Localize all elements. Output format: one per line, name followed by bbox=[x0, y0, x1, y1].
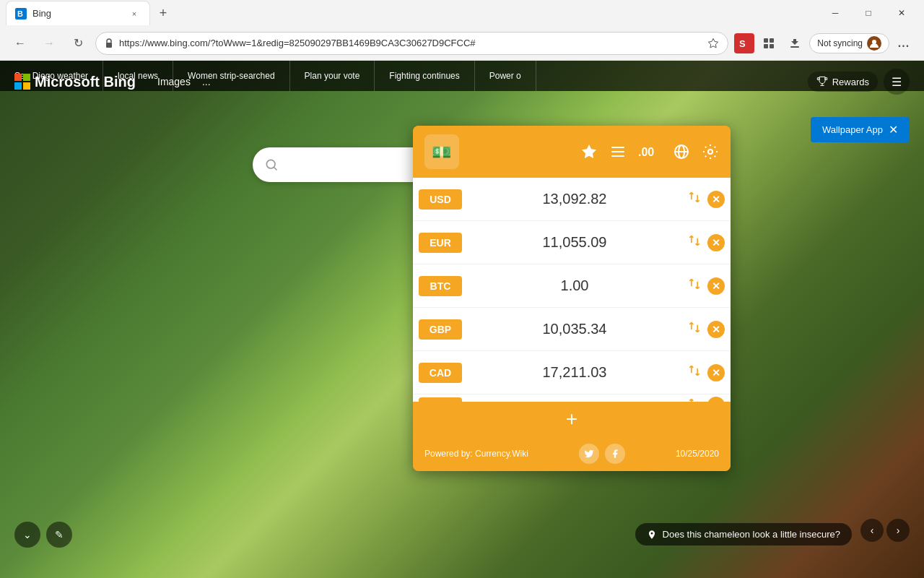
currency-row-btc: BTC 1.00 ✕ bbox=[413, 264, 731, 308]
refresh-button[interactable]: ↻ bbox=[66, 32, 90, 55]
globe-button[interactable] bbox=[673, 143, 690, 160]
title-bar: B Bing × + ─ □ ✕ bbox=[0, 0, 924, 26]
currency-actions-eur: ✕ bbox=[687, 233, 725, 251]
location-icon bbox=[647, 530, 657, 540]
next-arrow-button[interactable]: › bbox=[886, 519, 910, 542]
svg-text:💵: 💵 bbox=[432, 142, 452, 162]
currency-code-btc: BTC bbox=[419, 276, 462, 296]
currency-value-eur[interactable]: 11,055.09 bbox=[462, 234, 687, 251]
currency-code-inr: INR bbox=[419, 397, 462, 402]
currency-swap-cad[interactable] bbox=[687, 363, 702, 381]
popup-header-icons: .00 bbox=[580, 143, 719, 160]
url-bar[interactable]: https://www.bing.com/?toWww=1&redig=8250… bbox=[95, 32, 728, 55]
currency-value-usd[interactable]: 13,092.82 bbox=[462, 191, 687, 207]
not-syncing-label: Not syncing bbox=[817, 38, 863, 48]
settings-button[interactable] bbox=[702, 143, 719, 160]
rewards-button[interactable]: Rewards bbox=[808, 72, 878, 92]
browser-frame: B Bing × + ─ □ ✕ ← → ↻ https://www.bing.… bbox=[0, 0, 924, 578]
new-tab-button[interactable]: + bbox=[153, 3, 173, 23]
back-button[interactable]: ← bbox=[9, 32, 32, 55]
svg-text:.00: .00 bbox=[638, 146, 654, 158]
more-button[interactable]: ... bbox=[892, 32, 915, 55]
notification-close-button[interactable]: ✕ bbox=[889, 123, 898, 137]
currency-swap-usd[interactable] bbox=[687, 190, 702, 208]
browser-tab[interactable]: B Bing × bbox=[6, 1, 150, 25]
tab-close-button[interactable]: × bbox=[128, 7, 141, 20]
nav-images[interactable]: Images bbox=[157, 76, 191, 87]
decimal-button[interactable]: .00 bbox=[638, 143, 661, 160]
svg-rect-4 bbox=[764, 38, 768, 43]
scroll-down-button[interactable]: ⌄ bbox=[14, 522, 40, 548]
currency-swap-eur[interactable] bbox=[687, 233, 702, 251]
bing-nav: Images ... bbox=[157, 76, 211, 87]
extensions-button[interactable] bbox=[783, 32, 806, 55]
star-icon[interactable] bbox=[707, 38, 719, 49]
currency-code-gbp: GBP bbox=[419, 319, 462, 340]
currency-remove-cad[interactable]: ✕ bbox=[707, 364, 725, 381]
wallpaper-notification: Wallpaper App ✕ bbox=[811, 117, 910, 142]
prev-arrow-button[interactable]: ‹ bbox=[860, 519, 884, 542]
bing-logo: Microsoft Bing bbox=[14, 74, 136, 90]
footer-date: 10/25/2020 bbox=[676, 449, 719, 459]
profile-button[interactable]: Not syncing bbox=[809, 33, 889, 53]
close-button[interactable]: ✕ bbox=[885, 0, 918, 26]
currency-remove-usd[interactable]: ✕ bbox=[707, 191, 725, 208]
list-button[interactable] bbox=[609, 143, 627, 160]
currency-swap-gbp[interactable] bbox=[687, 320, 702, 338]
address-bar: ← → ↻ https://www.bing.com/?toWww=1&redi… bbox=[0, 26, 924, 61]
browser-content: Microsoft Bing Images ... Rewards bbox=[0, 61, 924, 578]
currency-row-gbp: GBP 10,035.34 ✕ bbox=[413, 308, 731, 351]
currency-value-gbp[interactable]: 10,035.34 bbox=[462, 321, 687, 337]
extension-button[interactable]: S bbox=[734, 33, 754, 53]
svg-point-22 bbox=[708, 150, 712, 154]
currency-popup: 💵 bbox=[413, 126, 731, 471]
currency-remove-gbp[interactable]: ✕ bbox=[707, 321, 725, 338]
currency-value-btc[interactable]: 1.00 bbox=[462, 277, 687, 294]
svg-rect-16 bbox=[611, 151, 624, 152]
question-bubble: Does this chameleon look a little insecu… bbox=[635, 523, 852, 545]
svg-text:S: S bbox=[739, 38, 746, 49]
currency-code-eur: EUR bbox=[419, 233, 462, 253]
popup-header: 💵 bbox=[413, 126, 731, 178]
profile-avatar bbox=[867, 36, 881, 51]
currency-actions-cad: ✕ bbox=[687, 363, 725, 381]
currency-actions-gbp: ✕ bbox=[687, 320, 725, 338]
rewards-label: Rewards bbox=[832, 77, 869, 87]
svg-line-13 bbox=[274, 168, 277, 171]
bing-favicon-icon: B bbox=[15, 8, 27, 20]
currency-swap-inr[interactable] bbox=[687, 397, 702, 402]
currency-remove-inr[interactable]: ✕ bbox=[707, 397, 725, 402]
tab-title: Bing bbox=[32, 8, 51, 19]
currency-row-inr-partial: INR 966,609.26 ✕ bbox=[413, 394, 731, 402]
facebook-button[interactable] bbox=[605, 444, 625, 464]
twitter-button[interactable] bbox=[579, 444, 599, 464]
svg-rect-7 bbox=[770, 44, 774, 48]
add-currency-button[interactable]: + bbox=[559, 406, 585, 432]
edit-button[interactable]: ✎ bbox=[46, 522, 72, 548]
nav-more[interactable]: ... bbox=[202, 76, 211, 87]
minimize-button[interactable]: ─ bbox=[819, 0, 852, 26]
svg-rect-17 bbox=[611, 155, 624, 157]
svg-rect-5 bbox=[770, 38, 774, 43]
svg-rect-6 bbox=[764, 44, 768, 48]
popup-footer: Powered by: Currency.Wiki bbox=[413, 436, 731, 471]
currency-row-usd: USD 13,092.82 ✕ bbox=[413, 178, 731, 221]
question-text: Does this chameleon look a little insecu… bbox=[663, 529, 840, 540]
collections-button[interactable] bbox=[757, 32, 780, 55]
currency-value-inr[interactable]: 966,609.26 bbox=[462, 400, 687, 402]
currency-remove-eur[interactable]: ✕ bbox=[707, 234, 725, 251]
toolbar-icons: S Not syncing bbox=[734, 32, 915, 55]
currency-swap-btc[interactable] bbox=[687, 277, 702, 295]
maximize-button[interactable]: □ bbox=[852, 0, 885, 26]
svg-rect-15 bbox=[611, 147, 624, 148]
favorites-button[interactable] bbox=[580, 143, 598, 160]
svg-text:B: B bbox=[17, 9, 23, 18]
bing-logo-text: Microsoft Bing bbox=[35, 74, 136, 90]
currency-actions-usd: ✕ bbox=[687, 190, 725, 208]
currency-remove-btc[interactable]: ✕ bbox=[707, 277, 725, 295]
forward-button[interactable]: → bbox=[38, 32, 61, 55]
currency-value-cad[interactable]: 17,211.03 bbox=[462, 364, 687, 381]
hamburger-button[interactable]: ☰ bbox=[884, 69, 910, 95]
trophy-icon bbox=[816, 76, 828, 87]
svg-rect-2 bbox=[106, 43, 112, 48]
